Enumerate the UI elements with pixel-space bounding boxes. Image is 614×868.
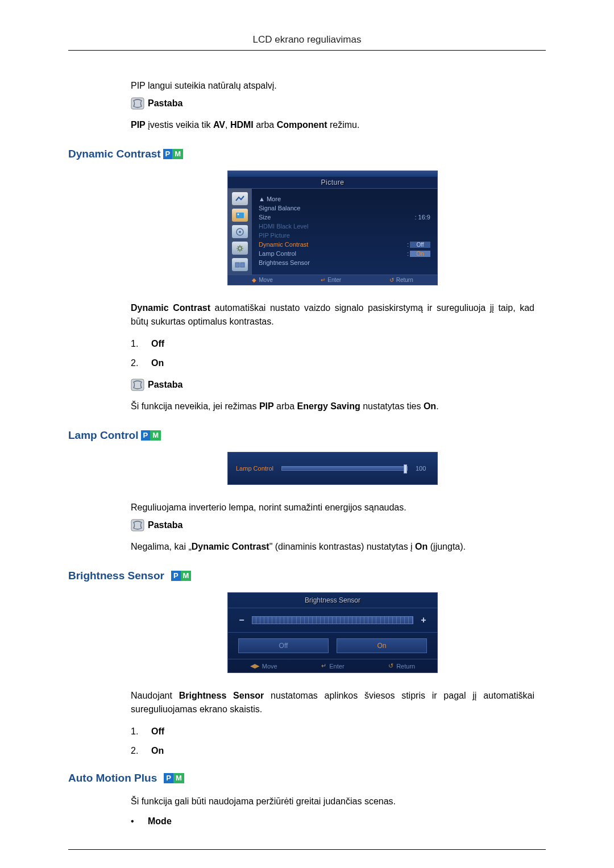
bs-footer-move: ◀▶Move — [250, 662, 277, 670]
page-content: PIP langui suteikia natūralų atspalvį. P… — [68, 79, 546, 850]
osd-footer: ◆Move ↵Enter ↺Return — [228, 275, 437, 285]
dc-options: 1. Off 2. On — [131, 339, 534, 368]
pm-badge-icon: PM — [164, 773, 184, 783]
osd-setup-icon — [232, 242, 248, 255]
osd-lamp-panel: Lamp Control 100 — [227, 452, 438, 485]
osd-row-pip-picture: PIP Picture — [259, 231, 430, 240]
lamp-slider-handle — [404, 464, 407, 474]
note-label: Pastaba — [148, 98, 182, 109]
bs-desc: Naudojant Brightness Sensor nustatomas a… — [131, 689, 534, 716]
svg-point-2 — [237, 213, 239, 215]
heading-brightness-sensor: Brightness Sensor PM — [68, 570, 534, 582]
osd-picture-icon — [232, 209, 248, 222]
bs-footer: ◀▶Move ↵Enter ↺Return — [228, 659, 437, 672]
footer-rule — [68, 849, 546, 850]
note-icon — [131, 519, 144, 531]
lamp-label: Lamp Control — [236, 465, 273, 472]
heading-dynamic-contrast: Dynamic Contrast PM — [68, 148, 534, 160]
osd-picture-panel: Picture ▲ More — [227, 171, 438, 285]
osd-more: ▲ More — [259, 194, 430, 203]
heading-lamp-control: Lamp Control PM — [68, 429, 534, 442]
bs-plus-icon: + — [420, 615, 427, 625]
bs-slider-row: − + — [228, 608, 437, 633]
bs-title: Brightness Sensor — [228, 593, 437, 608]
lc-note: Negalima, kai „Dynamic Contrast" (dinami… — [131, 540, 534, 554]
note-label: Pastaba — [148, 380, 182, 390]
bs-option-off: 1. Off — [131, 726, 534, 737]
dc-note: Ši funkcija neveikia, jei režimas PIP ar… — [131, 400, 534, 413]
bs-buttons: Off On — [228, 633, 437, 659]
osd-sound-icon — [232, 225, 248, 238]
lamp-slider-track — [281, 466, 408, 471]
osd-menu-content: ▲ More Signal Balance Size : 16:9 HDMI B… — [252, 189, 437, 275]
osd-footer-return: ↺Return — [389, 277, 413, 283]
page-header: LCD ekrano reguliavimas — [68, 34, 546, 51]
amp-desc: Ši funkcija gali būti naudojama peržiūrė… — [131, 795, 534, 808]
pm-badge-icon: PM — [141, 430, 161, 441]
osd-multi-icon — [232, 258, 248, 271]
osd-row-lamp-control: Lamp Control :On — [259, 249, 430, 258]
pm-badge-icon: PM — [171, 571, 192, 581]
svg-rect-7 — [240, 263, 244, 267]
note-icon — [131, 97, 144, 110]
bs-options: 1. Off 2. On — [131, 726, 534, 756]
osd-row-signal: Signal Balance — [259, 203, 430, 213]
osd-title: Picture — [228, 177, 437, 189]
lamp-value: 100 — [416, 465, 429, 472]
svg-rect-1 — [236, 213, 244, 218]
osd-row-dynamic-contrast: Dynamic Contrast :Off — [259, 240, 430, 249]
note-line-3: Pastaba — [131, 519, 534, 531]
intro-text: PIP langui suteikia natūralų atspalvį. — [131, 79, 534, 93]
amp-mode-bullet: • Mode — [131, 816, 534, 827]
pip-note: PIP įvestis veikia tik AV, HDMI arba Com… — [131, 118, 534, 132]
pip-bold: PIP — [131, 120, 146, 130]
bs-option-on: 2. On — [131, 746, 534, 756]
osd-brightness-panel: Brightness Sensor − + Off On — [227, 592, 438, 673]
heading-auto-motion-plus: Auto Motion Plus PM — [68, 772, 534, 784]
bs-footer-return: ↺Return — [388, 662, 415, 670]
bs-off-button: Off — [238, 638, 329, 653]
pm-badge-icon: PM — [163, 149, 184, 159]
dc-option-on: 2. On — [131, 358, 534, 368]
dc-desc: Dynamic Contrast automatiškai nustato va… — [131, 301, 534, 329]
lc-desc: Reguliuojama inverterio lempa, norint su… — [131, 501, 534, 514]
svg-point-5 — [238, 247, 242, 250]
svg-point-4 — [239, 231, 241, 233]
osd-input-icon — [232, 192, 248, 205]
osd-row-brightness-sensor: Brightness Sensor — [259, 258, 430, 267]
note-line-1: Pastaba — [131, 97, 534, 110]
note-line-2: Pastaba — [131, 379, 534, 391]
osd-icon-column — [228, 189, 252, 275]
bs-slider-track — [252, 616, 413, 624]
note-label: Pastaba — [148, 520, 182, 530]
svg-rect-6 — [235, 263, 239, 267]
osd-row-hdmi-black: HDMI Black Level — [259, 222, 430, 231]
osd-footer-enter: ↵Enter — [321, 277, 341, 283]
amp-bullets: • Mode — [131, 816, 534, 827]
bs-minus-icon: − — [238, 615, 245, 625]
dc-option-off: 1. Off — [131, 339, 534, 349]
osd-footer-move: ◆Move — [252, 277, 272, 283]
bs-on-button: On — [337, 638, 427, 653]
note-icon — [131, 379, 144, 391]
osd-row-size: Size : 16:9 — [259, 213, 430, 222]
bs-footer-enter: ↵Enter — [321, 662, 344, 670]
